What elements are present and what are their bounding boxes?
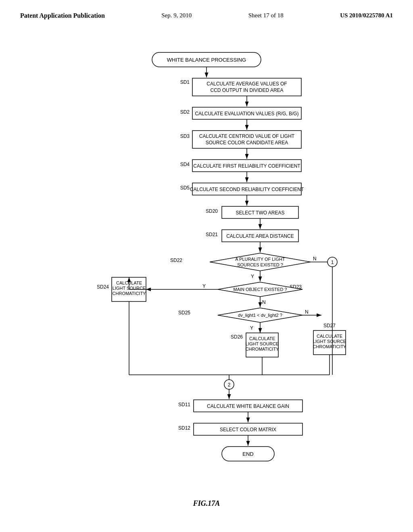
- flowchart-container: WHITE BALANCE PROCESSING SD1 CALCULATE A…: [65, 48, 348, 496]
- sd12-label: SD12: [178, 425, 190, 431]
- sd25-n-label: N: [305, 309, 309, 315]
- sd26-text1: CALCULATE: [249, 336, 275, 341]
- sd26-text3: CHROMATICITY: [246, 347, 280, 351]
- title-text: WHITE BALANCE PROCESSING: [167, 57, 246, 63]
- sd25-label: SD25: [178, 310, 190, 316]
- patent-number: US 2010/0225780 A1: [340, 12, 393, 19]
- svg-marker-17: [210, 253, 311, 271]
- sd25-y-label: Y: [250, 325, 253, 331]
- sd4-text: CALCULATE FIRST RELIABILITY COEFFICIENT: [193, 163, 300, 169]
- sd27-label: SD27: [323, 323, 336, 328]
- sd22-n-label: N: [313, 256, 317, 262]
- sd24-label: SD24: [97, 284, 109, 290]
- sd21-label: SD21: [206, 232, 218, 237]
- page-header: Patent Application Publication Sep. 9, 2…: [0, 0, 413, 19]
- sd27-text3: CHROMATICITY: [313, 344, 347, 349]
- sd27-text1: CALCULATE: [317, 334, 342, 339]
- circle1-text: 1: [331, 260, 334, 265]
- sd22-text1: A PLURALITY OF LIGHT: [235, 257, 285, 262]
- sd3-text2: SOURCE COLOR CANDIDATE AREA: [206, 140, 288, 145]
- end-text: END: [242, 451, 253, 457]
- sd26-text2: LIGHT SOURCE: [246, 341, 279, 346]
- sd11-label: SD11: [178, 402, 190, 407]
- sd24-text3: CHROMATICITY: [113, 291, 146, 296]
- sd23-y-label: Y: [202, 283, 206, 289]
- sd12-text: SELECT COLOR MATRIX: [220, 427, 276, 432]
- circle2-text: 2: [228, 382, 231, 388]
- sd23-text: MAIN OBJECT EXISTED ?: [233, 287, 287, 292]
- sd2-label: SD2: [180, 109, 190, 115]
- sd22-text2: SOURCES EXISTED ?: [237, 262, 283, 267]
- sd22-label: SD22: [170, 258, 182, 263]
- sd20-text: SELECT TWO AREAS: [236, 210, 285, 216]
- sd27-text2: LIGHT SOURCE: [313, 339, 346, 344]
- sd23-n-label: N: [262, 299, 266, 305]
- sd1-text1: CALCULATE AVERAGE VALUES OF: [206, 81, 287, 87]
- figure-label: FIG.17A: [193, 499, 220, 508]
- sd2-text: CALCULATE EVALUATION VALUES (R/G, B/G): [195, 111, 298, 116]
- publication-date: Sep. 9, 2010: [161, 12, 192, 19]
- sd25-text: dv_light1 < dv_light2 ?: [238, 313, 282, 318]
- sd1-label: SD1: [180, 79, 190, 85]
- flowchart-svg: WHITE BALANCE PROCESSING SD1 CALCULATE A…: [65, 48, 348, 496]
- sd21-text: CALCULATE AREA DISTANCE: [226, 233, 294, 239]
- sd20-label: SD20: [206, 208, 218, 214]
- sd5-text: CALCULATE SECOND RELIABILITY COEFFICIENT: [190, 187, 304, 192]
- sd11-text: CALCULATE WHITE BALANCE GAIN: [207, 403, 289, 409]
- sheet-info: Sheet 17 of 18: [248, 12, 284, 19]
- sd1-text2: CCD OUTPUT IN DIVIDED AREA: [210, 87, 283, 93]
- publication-title: Patent Application Publication: [20, 12, 105, 19]
- sd4-label: SD4: [180, 162, 190, 167]
- sd3-text1: CALCULATE CENTROID VALUE OF LIGHT: [199, 133, 295, 139]
- sd22-y-label: Y: [251, 274, 254, 279]
- sd26-label: SD26: [231, 334, 243, 340]
- sd5-label: SD5: [180, 185, 190, 191]
- sd3-label: SD3: [180, 133, 190, 139]
